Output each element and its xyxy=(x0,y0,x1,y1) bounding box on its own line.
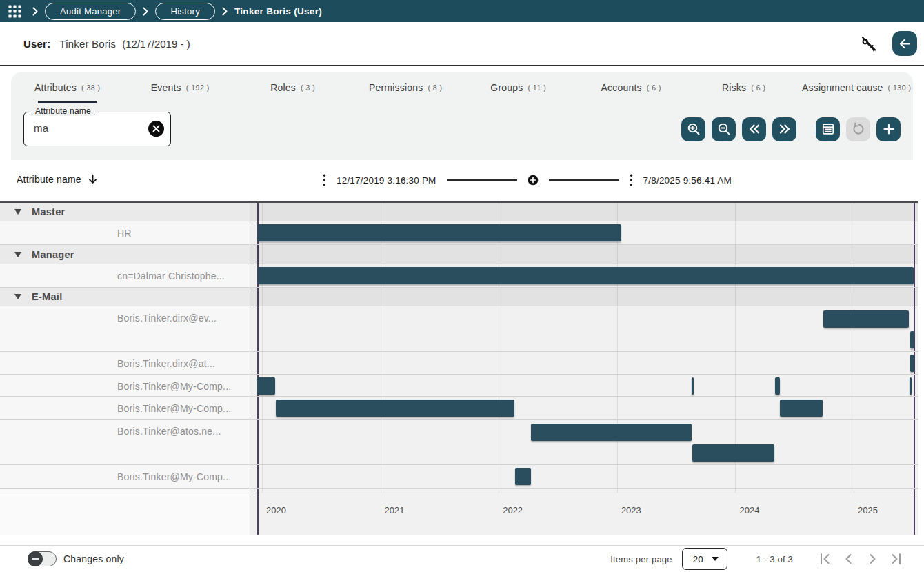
sort-label: Attribute name xyxy=(17,174,81,185)
gantt-bar[interactable] xyxy=(515,468,531,485)
row-label-cell: Boris.Tinker.dirx@at... xyxy=(0,352,250,374)
changes-only-toggle[interactable] xyxy=(28,551,57,566)
toggle-thumb xyxy=(28,551,43,566)
tab-attributes[interactable]: Attributes( 38 ) xyxy=(11,72,124,103)
first-page-button[interactable] xyxy=(815,549,836,569)
clear-filter-button[interactable] xyxy=(148,121,164,137)
reset-button xyxy=(846,117,870,141)
zoom-out-button[interactable] xyxy=(712,117,736,141)
add-button[interactable] xyxy=(876,117,901,141)
gantt-item-row: Boris.Tinker@My-Comp... xyxy=(0,375,918,397)
tab-groups[interactable]: Groups( 11 ) xyxy=(462,72,575,103)
chevron-right-icon xyxy=(143,7,148,16)
gantt-bar[interactable] xyxy=(257,377,275,395)
row-timeline-cell xyxy=(250,264,918,287)
tab-count: ( 8 ) xyxy=(428,83,442,92)
breadcrumb-history[interactable]: History xyxy=(155,3,215,20)
attribute-value-label: HR xyxy=(117,228,132,244)
gantt-bar[interactable] xyxy=(692,444,774,462)
gantt-bar[interactable] xyxy=(276,400,514,417)
gantt-item-row: Boris.Tinker@atos.ne... xyxy=(0,420,918,465)
attribute-value-label: Boris.Tinker@My-Comp... xyxy=(117,381,231,396)
group-label: Master xyxy=(32,206,66,217)
timeline-line xyxy=(549,179,619,181)
end-date-menu-icon[interactable] xyxy=(630,174,633,186)
chevron-right-icon xyxy=(32,7,38,16)
collapse-caret-icon[interactable] xyxy=(14,209,21,215)
prev-page-button[interactable] xyxy=(838,549,859,569)
back-button[interactable] xyxy=(892,31,917,56)
tab-events[interactable]: Events( 192 ) xyxy=(124,72,237,103)
attribute-name-filter-field[interactable]: Attribute name ma xyxy=(23,112,171,146)
timeline-start-date: 12/17/2019 3:16:30 PM xyxy=(337,175,436,186)
gantt-bar[interactable] xyxy=(531,424,692,441)
attribute-history-gantt: 202020212022202320242025 MasterHRManager… xyxy=(0,201,918,535)
row-label-cell: Master xyxy=(0,206,250,217)
group-label: E-Mail xyxy=(32,291,63,302)
collapse-caret-icon[interactable] xyxy=(14,294,21,299)
attribute-value-label: Boris.Tinker.dirx@ev... xyxy=(117,313,217,351)
key-off-icon[interactable] xyxy=(860,34,878,53)
collapse-caret-icon[interactable] xyxy=(14,252,21,257)
group-label: Manager xyxy=(32,249,74,260)
gantt-item-row: Boris.Tinker@My-Comp... xyxy=(0,465,918,489)
gantt-group-row[interactable]: Master xyxy=(0,203,918,221)
add-marker-icon[interactable] xyxy=(528,175,539,186)
sort-control[interactable]: Attribute name xyxy=(17,173,99,185)
last-page-button[interactable] xyxy=(885,549,906,569)
row-label-cell: Boris.Tinker@My-Comp... xyxy=(0,465,250,488)
gantt-bar[interactable] xyxy=(780,400,823,417)
tab-permissions[interactable]: Permissions( 8 ) xyxy=(350,72,463,103)
gantt-item-row: Boris.Tinker.dirx@at... xyxy=(0,352,918,375)
gantt-bar[interactable] xyxy=(910,377,912,395)
start-date-menu-icon[interactable] xyxy=(323,174,326,186)
gantt-group-row[interactable]: E-Mail xyxy=(0,288,918,306)
tab-label: Groups xyxy=(490,82,523,93)
zoom-in-button[interactable] xyxy=(681,117,705,141)
tab-risks[interactable]: Risks( 6 ) xyxy=(687,72,801,103)
pagination-range-label: 1 - 3 of 3 xyxy=(756,554,793,564)
row-timeline-cell xyxy=(250,397,918,419)
tabs-filter-panel: Attributes( 38 )Events( 192 )Roles( 3 )P… xyxy=(11,72,913,160)
gantt-bar[interactable] xyxy=(910,331,914,348)
gantt-bar[interactable] xyxy=(258,224,621,241)
apps-grid-icon[interactable] xyxy=(8,5,21,18)
gantt-item-row: cn=Dalmar Christophe... xyxy=(0,264,918,288)
attribute-value-label: Boris.Tinker@My-Comp... xyxy=(117,471,231,488)
tab-label: Events xyxy=(151,82,181,93)
row-timeline-cell xyxy=(250,352,918,374)
gantt-bar[interactable] xyxy=(775,377,780,395)
gantt-bar[interactable] xyxy=(258,267,914,284)
tab-label: Roles xyxy=(270,82,296,93)
gantt-item-row: Boris.Tinker.dirx@ev... xyxy=(0,306,918,352)
timeline-toolbar xyxy=(675,117,901,141)
gantt-rows: MasterHRManagercn=Dalmar Christophe...E-… xyxy=(0,203,918,489)
timeline-range: 12/17/2019 3:16:30 PM 7/8/2025 9:56:41 A… xyxy=(323,170,732,190)
step-forward-button[interactable] xyxy=(772,117,796,141)
attribute-value-label: Boris.Tinker@My-Comp... xyxy=(117,403,231,419)
next-page-button[interactable] xyxy=(862,549,883,569)
row-label-cell: Boris.Tinker@My-Comp... xyxy=(0,375,250,396)
tab-assignment-cause[interactable]: Assignment cause( 130 ) xyxy=(801,72,914,103)
gantt-bar[interactable] xyxy=(910,355,914,372)
attribute-name-filter-value[interactable]: ma xyxy=(34,122,48,134)
tab-roles[interactable]: Roles( 3 ) xyxy=(237,72,350,103)
tab-count: ( 6 ) xyxy=(751,83,765,92)
attribute-name-filter-label: Attribute name xyxy=(31,106,95,116)
sort-descending-icon xyxy=(87,173,99,185)
items-per-page-select[interactable]: 20 xyxy=(682,548,727,570)
filter-row: Attribute name ma xyxy=(11,103,913,146)
step-backward-button[interactable] xyxy=(742,117,766,141)
table-view-button[interactable] xyxy=(816,117,840,141)
breadcrumb-current: Tinker Boris (User) xyxy=(234,6,322,17)
row-label-cell: E-Mail xyxy=(0,291,250,302)
gantt-bar[interactable] xyxy=(823,310,909,328)
gantt-bar[interactable] xyxy=(692,377,694,395)
tab-accounts[interactable]: Accounts( 6 ) xyxy=(575,72,688,103)
gantt-group-row[interactable]: Manager xyxy=(0,245,918,264)
breadcrumb-audit-manager[interactable]: Audit Manager xyxy=(45,3,136,20)
gantt-item-row: HR xyxy=(0,221,918,245)
tab-count: ( 130 ) xyxy=(888,83,912,92)
topbar: Audit Manager History Tinker Boris (User… xyxy=(0,0,924,22)
tab-label: Accounts xyxy=(601,82,642,93)
